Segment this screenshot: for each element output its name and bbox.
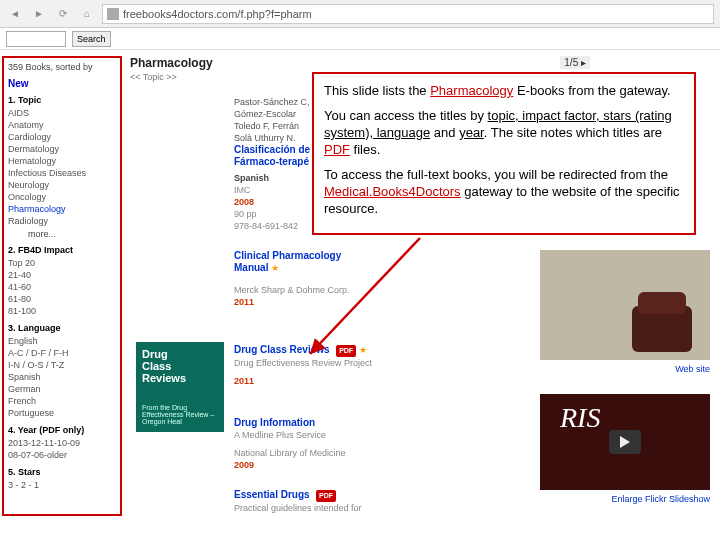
browser-toolbar: ◄ ► ⟳ ⌂ freebooks4doctors.com/f.php?f=ph… xyxy=(0,0,720,28)
photo-caption[interactable]: Web site xyxy=(540,364,710,374)
sidebar: 359 Books, sorted by New 1. Topic AIDS A… xyxy=(2,56,122,516)
entry5-title[interactable]: Essential Drugs xyxy=(234,489,310,500)
callout-text: You can access the titles by xyxy=(324,108,488,123)
cover-line1: Drug xyxy=(142,348,218,360)
entry1-lang: Spanish xyxy=(234,172,269,184)
search-bar: Search xyxy=(0,28,720,50)
search-button[interactable]: Search xyxy=(72,31,111,47)
sidebar-more[interactable]: more... xyxy=(8,229,116,239)
sidebar-lang-de[interactable]: German xyxy=(8,383,116,395)
cover-line3: Reviews xyxy=(142,372,218,384)
sidebar-stars[interactable]: 3 - 2 - 1 xyxy=(8,479,116,491)
pager[interactable]: 1/5 ▸ xyxy=(560,56,590,69)
callout-keyword: Medical.Books4Doctors xyxy=(324,184,461,199)
pdf-badge: PDF xyxy=(336,345,356,357)
entry2-title[interactable]: Clinical Pharmacology xyxy=(234,250,341,261)
star-icon: ★ xyxy=(271,263,279,273)
page-icon xyxy=(107,8,119,20)
callout-text: and xyxy=(430,125,459,140)
callout-text: files. xyxy=(350,142,380,157)
callout-keyword: year xyxy=(459,125,484,140)
play-icon[interactable] xyxy=(609,430,641,454)
sidebar-lang-row2[interactable]: A-C / D-F / F-H xyxy=(8,347,116,359)
sidebar-lang-en[interactable]: English xyxy=(8,335,116,347)
video-text: RIS xyxy=(560,402,600,434)
sidebar-year-0[interactable]: 2013-12-11-10-09 xyxy=(8,437,116,449)
back-icon[interactable]: ◄ xyxy=(6,5,24,23)
sidebar-lang-pt[interactable]: Portuguese xyxy=(8,407,116,419)
sidebar-item-hematology[interactable]: Hematology xyxy=(8,155,116,167)
cover-line2: Class xyxy=(142,360,218,372)
photo-thumbnail[interactable] xyxy=(540,250,710,360)
sidebar-year-1[interactable]: 08-07-06-older xyxy=(8,449,116,461)
callout-text: . The site notes which titles are xyxy=(484,125,662,140)
url-bar[interactable]: freebooks4doctors.com/f.php?f=pharm xyxy=(102,4,714,24)
search-input[interactable] xyxy=(6,31,66,47)
callout-keyword: PDF xyxy=(324,142,350,157)
sidebar-item-neurology[interactable]: Neurology xyxy=(8,179,116,191)
sidebar-impact-0[interactable]: Top 20 xyxy=(8,257,116,269)
sidebar-item-pharmacology[interactable]: Pharmacology xyxy=(8,203,116,215)
star-icon: ★ xyxy=(359,345,367,355)
callout-keyword: Pharmacology xyxy=(430,83,513,98)
sidebar-sec-year: 4. Year (PDF only) xyxy=(8,425,116,435)
book-cover-drug-class[interactable]: Drug Class Reviews From the Drug Effecti… xyxy=(136,342,224,432)
sidebar-lang-fr[interactable]: French xyxy=(8,395,116,407)
sidebar-impact-3[interactable]: 61-80 xyxy=(8,293,116,305)
entry3-title[interactable]: Drug Class Reviews xyxy=(234,344,330,355)
url-text: freebooks4doctors.com/f.php?f=pharm xyxy=(123,8,312,20)
sidebar-sec-stars: 5. Stars xyxy=(8,467,116,477)
sidebar-impact-4[interactable]: 81-100 xyxy=(8,305,116,317)
sidebar-new[interactable]: New xyxy=(8,78,116,89)
sidebar-sec-lang: 3. Language xyxy=(8,323,116,333)
sidebar-item-infectious[interactable]: Infectious Diseases xyxy=(8,167,116,179)
sidebar-sec-impact: 2. FB4D Impact xyxy=(8,245,116,255)
sidebar-item-radiology[interactable]: Radiology xyxy=(8,215,116,227)
chair-icon xyxy=(632,306,692,352)
sidebar-impact-2[interactable]: 41-60 xyxy=(8,281,116,293)
sidebar-title: 359 Books, sorted by xyxy=(8,62,116,72)
sidebar-item-oncology[interactable]: Oncology xyxy=(8,191,116,203)
sidebar-lang-row3[interactable]: I-N / O-S / T-Z xyxy=(8,359,116,371)
sidebar-item-dermatology[interactable]: Dermatology xyxy=(8,143,116,155)
right-column: Web site RIS Enlarge Flickr Slideshow xyxy=(540,250,710,504)
sidebar-item-anatomy[interactable]: Anatomy xyxy=(8,119,116,131)
entry2-title2[interactable]: Manual xyxy=(234,262,268,273)
video-caption[interactable]: Enlarge Flickr Slideshow xyxy=(540,494,710,504)
sidebar-item-cardiology[interactable]: Cardiology xyxy=(8,131,116,143)
callout-text: E-books from the gateway. xyxy=(513,83,670,98)
reload-icon[interactable]: ⟳ xyxy=(54,5,72,23)
callout-text: This slide lists the xyxy=(324,83,430,98)
pdf-badge: PDF xyxy=(316,490,336,502)
sidebar-lang-es[interactable]: Spanish xyxy=(8,371,116,383)
cover-sub: From the Drug Effectiveness Review – Ore… xyxy=(142,404,218,425)
sidebar-impact-1[interactable]: 21-40 xyxy=(8,269,116,281)
home-icon[interactable]: ⌂ xyxy=(78,5,96,23)
callout-text: To access the full-text books, you will … xyxy=(324,167,668,182)
page-title: Pharmacology xyxy=(130,56,712,70)
sidebar-sec-topic: 1. Topic xyxy=(8,95,116,105)
annotation-callout: This slide lists the Pharmacology E-book… xyxy=(312,72,696,235)
sidebar-item-aids[interactable]: AIDS xyxy=(8,107,116,119)
video-thumbnail[interactable]: RIS xyxy=(540,394,710,490)
forward-icon[interactable]: ► xyxy=(30,5,48,23)
